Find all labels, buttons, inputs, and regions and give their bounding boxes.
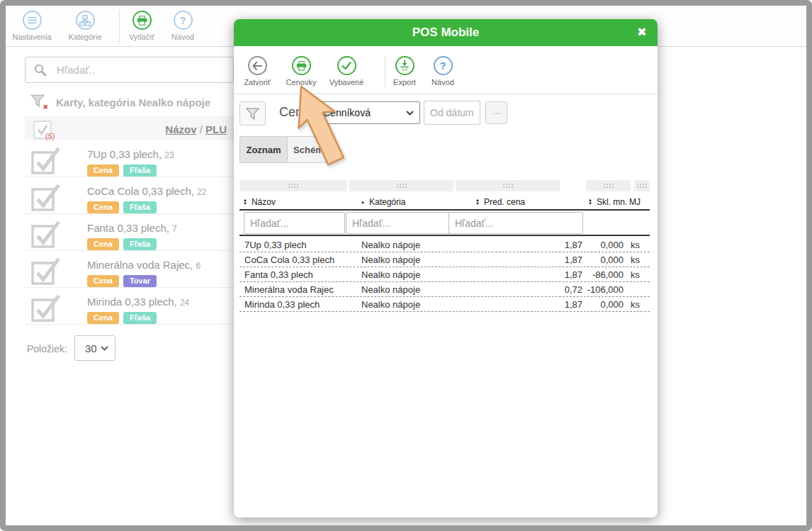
sort-arrows-icon: ▲▼	[243, 199, 247, 206]
question-icon: ?	[434, 56, 453, 75]
more-options-button[interactable]: ...	[485, 101, 507, 124]
item-plu: 7	[172, 224, 177, 234]
list-filter-header: ✖ Karty, kategória Nealko nápoje	[25, 92, 234, 115]
date-from-input[interactable]	[424, 101, 480, 125]
badge-cena: Cena	[87, 238, 119, 250]
dialog-button-navod[interactable]: ? Návod	[422, 56, 464, 86]
badge-flasa: Fľaša	[123, 238, 157, 250]
export-xml-icon: xml	[395, 56, 415, 75]
search-field	[25, 57, 234, 83]
toolbar-button-nastavenia[interactable]: Nastavenia	[4, 11, 60, 41]
column-header-pred-cena[interactable]: ▲▼ Pred. cena	[475, 196, 525, 208]
item-title: 7Up 0,33 plech, 23	[87, 148, 174, 160]
column-header-skl-mn[interactable]: ▲▼ Skl. mn.	[588, 196, 627, 208]
grip-dots-icon	[502, 183, 514, 189]
selection-count: (5)	[45, 132, 55, 140]
item-title: Minerálna voda Rajec, 6	[87, 259, 201, 271]
checked-checkbox-icon[interactable]	[30, 143, 63, 176]
sort-by-name-link[interactable]: Názov	[165, 123, 196, 135]
chevron-down-icon	[101, 346, 108, 351]
toolbar-button-kategorie[interactable]: Kategórie	[57, 11, 113, 41]
toolbar-label: Cenovky	[280, 78, 322, 86]
badge-flasa: Fľaša	[123, 201, 157, 213]
printer-icon	[132, 11, 152, 30]
sort-arrows-icon: ▲▼	[588, 199, 592, 206]
column-header-kategoria[interactable]: ▲ Kategória	[361, 196, 405, 208]
question-icon: ?	[174, 11, 193, 30]
sort-by-plu-link[interactable]: PLU	[205, 123, 227, 135]
table-row[interactable]: Fanta 0,33 plech Nealko nápoje 1,87 -86,…	[239, 267, 650, 282]
app-window: Nastavenia Kategórie Vytlačiť ? Návod	[0, 0, 812, 531]
sort-arrow-asc-icon: ▲	[361, 201, 365, 204]
sort-links: Názov / PLU	[165, 123, 227, 135]
filter-button[interactable]	[239, 101, 266, 125]
table-filter-divider	[239, 235, 650, 236]
item-plu: 6	[196, 261, 201, 271]
item-title: Fanta 0,33 plech, 7	[87, 222, 177, 234]
pos-mobile-dialog: POS Mobile ✖ Zatvoriť Cenovky Vybavené x…	[234, 19, 658, 518]
table-header-divider	[239, 209, 650, 211]
item-plu: 23	[164, 150, 174, 160]
check-icon	[337, 56, 356, 75]
column-header-mj: MJ	[629, 196, 641, 208]
dialog-toolbar: Zatvoriť Cenovky Vybavené xml Export ? N…	[234, 46, 658, 94]
price-type-select[interactable]: Cenníková	[315, 101, 420, 124]
toolbar-button-navod[interactable]: ? Návod	[154, 11, 211, 41]
toolbar-label: Export	[383, 78, 426, 86]
grip-dots-icon	[603, 183, 614, 189]
toolbar-label: Vybavené	[325, 78, 368, 86]
badge-cena: Cena	[87, 275, 119, 287]
toolbar-label: Kategórie	[57, 33, 113, 41]
search-icon	[34, 64, 47, 77]
remove-filter-icon[interactable]: ✖	[30, 94, 47, 111]
list-item[interactable]: CoCa Cola 0,33 plech, 22 CenaFľaša	[25, 177, 234, 214]
column-drag-handle[interactable]	[456, 180, 560, 191]
table-row[interactable]: CoCa Cola 0,33 plech Nealko nápoje 1,87 …	[239, 252, 650, 267]
page-size-select[interactable]: 30	[74, 335, 115, 361]
printer-icon	[292, 56, 311, 75]
list-item[interactable]: Fanta 0,33 plech, 7 CenaFľaša	[25, 214, 234, 251]
dialog-button-zatvorit[interactable]: Zatvoriť	[236, 56, 278, 86]
table-row[interactable]: Mirinda 0,33 plech Nealko nápoje 1,87 0,…	[239, 297, 650, 312]
item-plu: 22	[197, 187, 206, 197]
badge-tovar: Tovar	[123, 275, 157, 287]
column-header-nazov[interactable]: ▲▼ Názov	[243, 196, 276, 208]
column-drag-handle[interactable]	[239, 180, 347, 191]
tab-schema[interactable]: Schéma	[288, 136, 335, 163]
dialog-button-vybavene[interactable]: Vybavené	[325, 56, 368, 86]
list-item[interactable]: Mirinda 0,33 plech, 24 CenaFľaša	[25, 288, 234, 325]
column-search-pred-cena[interactable]	[449, 212, 583, 234]
table-row[interactable]: 7Up 0,33 plech Nealko nápoje 1,87 0,000 …	[239, 237, 650, 252]
dialog-title: POS Mobile	[234, 19, 658, 46]
grip-dots-icon	[288, 183, 299, 189]
column-drag-handle[interactable]	[634, 180, 650, 191]
dialog-button-export[interactable]: xml Export	[383, 56, 426, 86]
column-drag-handle[interactable]	[349, 180, 453, 191]
badge-flasa: Fľaša	[123, 164, 157, 177]
checked-checkbox-icon[interactable]	[30, 291, 63, 323]
column-search-kategoria[interactable]	[346, 212, 450, 234]
tab-zoznam[interactable]: Zoznam	[239, 136, 288, 163]
checked-checkbox-icon[interactable]	[30, 254, 63, 286]
toolbar-label: Návod	[154, 33, 211, 41]
chevron-down-icon	[406, 111, 414, 116]
sitemap-icon	[76, 11, 95, 30]
close-icon[interactable]: ✖	[637, 25, 647, 40]
column-drag-handle[interactable]	[586, 180, 631, 191]
list-item[interactable]: 7Up 0,33 plech, 23 CenaFľaša	[25, 140, 234, 177]
badge-flasa: Fľaša	[123, 312, 157, 324]
price-label: Cena	[279, 105, 310, 120]
list-item[interactable]: Minerálna voda Rajec, 6 CenaTovar	[25, 251, 234, 288]
page-size-label: Položiek:	[27, 343, 67, 354]
table-row[interactable]: Minerálna voda Rajec Nealko nápoje 0,72 …	[239, 282, 650, 297]
checked-checkbox-icon[interactable]	[30, 180, 63, 213]
checked-checkbox-icon[interactable]	[30, 217, 63, 250]
toolbar-label: Zatvoriť	[236, 78, 278, 86]
funnel-icon	[246, 108, 259, 120]
back-arrow-icon	[248, 56, 267, 75]
column-search-nazov[interactable]	[244, 212, 345, 234]
search-input[interactable]	[57, 57, 227, 82]
item-title: CoCa Cola 0,33 plech, 22	[87, 185, 206, 197]
dialog-header: POS Mobile ✖	[234, 19, 658, 46]
dialog-button-cenovky[interactable]: Cenovky	[280, 56, 322, 86]
